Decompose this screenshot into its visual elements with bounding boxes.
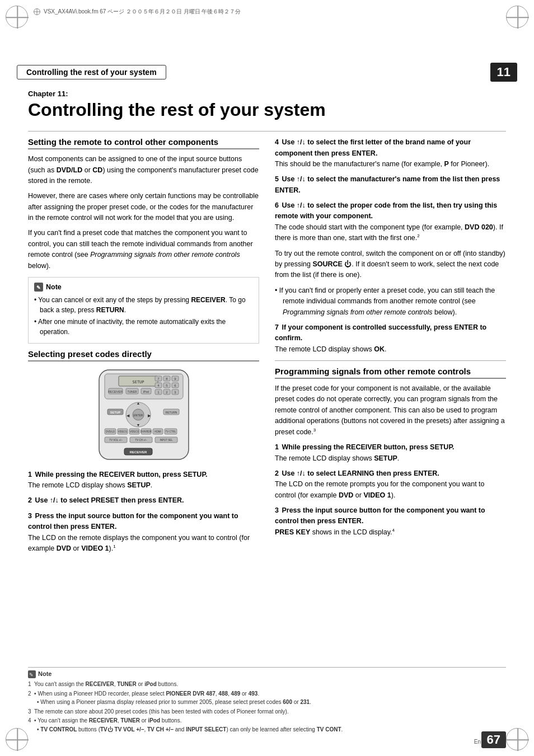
footnotes-note-header: ✎ Note (28, 670, 506, 679)
right-column: 4 Use ↑/↓ to select the first letter of … (275, 137, 506, 558)
footnote-2a: 2 • When using a Pioneer HDD recorder, p… (28, 690, 506, 698)
corner-cross-bl (6, 729, 29, 751)
svg-text:TUNER: TUNER (127, 390, 137, 393)
step-preset-6: 6 Use ↑/↓ to select the proper code from… (275, 200, 506, 244)
svg-text:TV VOL +/–: TV VOL +/– (109, 439, 123, 442)
footnote-4b: • TV CONTROL buttons (TV⏻ TV VOL +/–, TV… (28, 726, 506, 734)
svg-text:ENTER: ENTER (133, 414, 143, 417)
svg-text:TV CTRL: TV CTRL (165, 430, 176, 433)
svg-text:✎: ✎ (36, 285, 41, 290)
footnote-2b: • When using a Pioneer plasma display re… (28, 698, 506, 707)
note-item-1: You can cancel or exit any of the steps … (34, 295, 253, 315)
svg-text:SETUP: SETUP (132, 380, 144, 384)
note-icon: ✎ (34, 283, 43, 292)
footnote-3: 3 The remote can store about 200 preset … (28, 708, 506, 716)
step-preset-1: 1 While pressing the RECEIVER button, pr… (28, 469, 259, 491)
setting-remote-para1: Most components can be assigned to one o… (28, 154, 259, 186)
corner-mark-tl (6, 6, 28, 28)
footnote-4a: 4 • You can't assign the RECEIVER, TUNER… (28, 717, 506, 725)
svg-text:HDMI: HDMI (154, 430, 161, 433)
svg-text:RECEIVER: RECEIVER (108, 390, 123, 393)
note-label: Note (46, 282, 62, 293)
svg-text:RECEIVER: RECEIVER (129, 450, 147, 454)
two-col-layout: Setting the remote to control other comp… (28, 137, 506, 558)
footnotes-note-icon: ✎ (28, 670, 36, 678)
section-programming-title: Programming signals from other remote co… (275, 367, 506, 379)
crosshair-icon (34, 8, 40, 15)
step-num-1: 1 (28, 471, 32, 478)
setting-remote-para3: If you can't find a preset code that mat… (28, 228, 259, 271)
step-preset-2: 2 Use ↑/↓ to select PRESET then press EN… (28, 495, 259, 506)
step-num-3: 3 (28, 512, 32, 520)
corner-mark-bl (6, 728, 28, 750)
footnotes-area: ✎ Note 1 You can't assign the RECEIVER, … (28, 667, 506, 734)
page-lang: En (474, 739, 481, 745)
remote-image-area: SETUP RECEIVER TUNER iPod 7 8 9 (28, 367, 259, 464)
section-divider (275, 360, 506, 361)
svg-text:DVR/BDR: DVR/BDR (140, 430, 152, 433)
file-info-text: VSX_AX4AVi.book.fm 67 ページ ２００５年６月２０日 月曜日… (44, 8, 241, 16)
svg-text:▲: ▲ (136, 401, 140, 405)
chapter-number-box: 11 (490, 63, 517, 82)
title-divider (28, 131, 506, 132)
step-prog-3: 3 Press the input source button for the … (275, 505, 506, 538)
svg-text:✎: ✎ (29, 672, 34, 677)
corner-cross-tl (6, 6, 29, 29)
para-source-button: To try out the remote control, switch th… (275, 248, 506, 281)
remote-illustration: SETUP RECEIVER TUNER iPod 7 8 9 (82, 367, 205, 462)
chapter-band-title: Controlling the rest of your system (17, 65, 166, 79)
svg-text:INPUT SEL: INPUT SEL (160, 439, 173, 442)
svg-text:TV CH +/–: TV CH +/– (135, 439, 147, 442)
svg-text:VIDEO1: VIDEO1 (118, 430, 127, 433)
footnote-1: 1 You can't assign the RECEIVER, TUNER o… (28, 680, 506, 689)
step-preset-4: 4 Use ↑/↓ to select the first letter of … (275, 137, 506, 170)
main-content: Chapter 11: Controlling the rest of your… (28, 90, 506, 558)
corner-cross-br (507, 729, 529, 751)
section-setting-remote-title: Setting the remote to control other comp… (28, 137, 259, 149)
file-info-bar: VSX_AX4AVi.book.fm 67 ページ ２００５年６月２０日 月曜日… (34, 8, 500, 16)
page-number: 67 (481, 731, 506, 748)
band-title-text: Controlling the rest of your system (26, 68, 157, 77)
svg-text:RETURN: RETURN (165, 411, 177, 414)
step-prog-2: 2 Use ↑/↓ to select LEARNING then press … (275, 468, 506, 501)
corner-mark-br (506, 728, 528, 750)
svg-text:▼: ▼ (136, 423, 140, 427)
chapter-label: Chapter 11: (28, 90, 506, 98)
step-preset-3: 3 Press the input source button for the … (28, 511, 259, 555)
step-prog-1: 1 While pressing the RECEIVER button, pr… (275, 442, 506, 464)
programming-para1: If the preset code for your component is… (275, 383, 506, 438)
step-preset-5: 5 Use ↑/↓ to select the manufacturer's n… (275, 174, 506, 196)
bullet-preset-teach: • If you can't find or properly enter a … (275, 285, 506, 318)
step-num-2: 2 (28, 496, 32, 504)
svg-text:DVD/LD: DVD/LD (105, 430, 115, 433)
corner-mark-tr (506, 6, 528, 28)
note-item-2: After one minute of inactivity, the remo… (34, 317, 253, 337)
section-preset-codes-title: Selecting preset codes directly (28, 349, 259, 361)
svg-text:VIDEO2: VIDEO2 (129, 430, 139, 433)
chapter-title: Controlling the rest of your system (28, 100, 506, 120)
chapter-band: Controlling the rest of your system 11 (17, 63, 517, 82)
svg-text:iPod: iPod (143, 390, 148, 393)
svg-text:SETUP: SETUP (110, 411, 120, 414)
step-preset-7: 7 If your component is controlled succes… (275, 322, 506, 355)
corner-cross-tr (507, 6, 529, 29)
chapter-number-text: 11 (497, 65, 510, 79)
setting-remote-para2: However, there are cases where only cert… (28, 191, 259, 223)
note-box-setting-remote: ✎ Note You can cancel or exit any of the… (28, 277, 259, 344)
left-column: Setting the remote to control other comp… (28, 137, 259, 558)
footnotes-note-label: Note (38, 670, 51, 679)
note-header: ✎ Note (34, 282, 253, 293)
